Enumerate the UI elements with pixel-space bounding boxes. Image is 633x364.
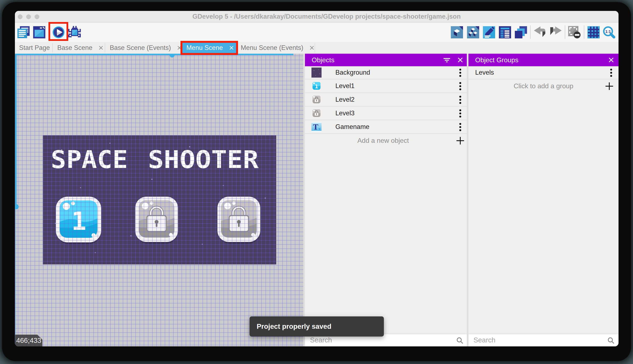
group-name: Levels (475, 69, 494, 76)
redo-button[interactable] (549, 26, 562, 38)
toggle-grid-button[interactable] (587, 26, 600, 38)
object-menu-kebab-icon[interactable] (459, 109, 462, 118)
zoom-original-button[interactable]: 1:1 (603, 26, 615, 38)
text-object-thumbnail: T x (311, 122, 322, 132)
object-row-level1[interactable]: 1 Level1 (305, 79, 467, 93)
object-groups-panel-header: Object Groups (468, 54, 618, 66)
clear-instances-button[interactable] (568, 26, 581, 38)
object-row-level3[interactable]: Level3 (305, 106, 467, 120)
selection-resize-handle[interactable] (170, 54, 175, 58)
open-instances-list-button[interactable] (499, 26, 511, 38)
object-name: Gamename (335, 123, 369, 131)
debug-button[interactable] (68, 26, 81, 38)
groups-search-input[interactable] (473, 334, 579, 346)
add-object-row[interactable]: Add a new object (305, 134, 467, 148)
toolbar-separator (565, 25, 565, 39)
locked-button-thumbnail (311, 94, 322, 105)
panel-divider[interactable] (303, 54, 305, 346)
object-name: Level3 (335, 110, 355, 117)
tab-label: Menu Scene (Events) (241, 44, 303, 52)
tab-start-page[interactable]: Start Page (15, 42, 52, 54)
instances-list-icon (499, 26, 511, 38)
objects-panel-title: Objects (312, 56, 334, 64)
scene-editor-icon (33, 26, 45, 38)
object-menu-kebab-icon[interactable] (459, 123, 462, 132)
minimize-window-button[interactable] (26, 14, 31, 19)
svg-text:1: 1 (315, 84, 318, 90)
cursor-coordinates-badge: 466;433 (15, 335, 42, 346)
tab-label: Start Page (19, 44, 50, 52)
object-groups-editor-icon (467, 26, 479, 38)
layers-icon (515, 26, 527, 38)
tab-label: Base Scene (Events) (110, 44, 171, 52)
scene-editor-button[interactable] (33, 26, 46, 38)
object-menu-kebab-icon[interactable] (459, 82, 462, 90)
tab-base-scene-events[interactable]: Base Scene (Events) (105, 42, 181, 54)
objects-panel-header: Objects (305, 54, 467, 66)
add-group-label: Click to add a group (514, 82, 573, 90)
object-menu-kebab-icon[interactable] (459, 96, 462, 104)
add-object-plus-icon[interactable] (456, 137, 464, 145)
search-icon (456, 337, 463, 344)
selection-resize-handle[interactable] (15, 204, 19, 209)
close-window-button[interactable] (18, 14, 23, 19)
scene-background-object[interactable]: SPACE SHOOTER 1 (43, 135, 276, 264)
tab-separator (314, 43, 315, 52)
toolbar-separator (530, 25, 531, 39)
object-groups-panel: Object Groups Levels Click to add a grou… (468, 54, 618, 346)
close-panel-icon[interactable] (457, 56, 464, 63)
zoom-window-button[interactable] (35, 14, 39, 19)
groups-search-bar (468, 334, 618, 346)
selection-edge-top (15, 54, 293, 55)
debug-icon (68, 26, 81, 38)
object-name: Level1 (335, 82, 355, 90)
object-row-level2[interactable]: Level2 (305, 93, 467, 106)
objects-panel: Objects Background (305, 54, 467, 346)
redo-icon (549, 26, 562, 38)
object-name: Level2 (335, 96, 355, 103)
close-tab-icon[interactable] (98, 45, 104, 50)
object-menu-kebab-icon[interactable] (459, 68, 462, 77)
open-properties-button[interactable] (483, 26, 495, 38)
selection-edge-left (15, 54, 17, 207)
project-manager-button[interactable] (17, 26, 30, 38)
add-object-label: Add a new object (358, 137, 409, 144)
scene-canvas[interactable]: SPACE SHOOTER 1 (15, 54, 303, 346)
object-row-gamename[interactable]: T x Gamename (305, 120, 467, 134)
cursor-coordinates: 466;433 (16, 336, 41, 344)
selection-edge-left-pale (15, 207, 16, 346)
project-manager-icon (18, 26, 30, 38)
toast-message: Project properly saved (257, 322, 332, 330)
tab-menu-scene-events[interactable]: Menu Scene (Events) (236, 42, 314, 54)
toolbar: 1:1 (15, 22, 618, 42)
gdevelop-window: GDevelop 5 - /Users/dkarakay/Documents/G… (15, 11, 618, 346)
level3-button-locked[interactable] (217, 196, 261, 244)
save-toast: Project properly saved (249, 316, 384, 336)
group-row-levels[interactable]: Levels (468, 66, 618, 79)
window-title: GDevelop 5 - /Users/dkarakay/Documents/G… (15, 11, 618, 22)
open-object-groups-editor-button[interactable] (467, 26, 479, 38)
object-groups-panel-title: Object Groups (475, 56, 518, 64)
svg-text:T: T (313, 122, 318, 131)
undo-button[interactable] (533, 26, 546, 38)
annotation-box-play (49, 22, 68, 41)
level2-button-locked[interactable] (135, 196, 179, 244)
object-row-background[interactable]: Background (305, 66, 467, 79)
level1-button[interactable]: 1 (55, 196, 102, 245)
panel-divider[interactable] (467, 54, 468, 346)
close-tab-icon[interactable] (309, 45, 314, 50)
zoom-original-icon: 1:1 (603, 26, 615, 39)
scene-title-word-2: SHOOTER (148, 145, 258, 174)
grid-icon (587, 26, 600, 38)
filter-icon[interactable] (444, 56, 450, 63)
open-objects-editor-button[interactable] (451, 26, 463, 38)
close-panel-icon[interactable] (608, 56, 614, 63)
tab-base-scene[interactable]: Base Scene (53, 42, 105, 54)
toolbar-separator (584, 25, 584, 39)
add-group-plus-icon[interactable] (605, 82, 613, 90)
object-name: Background (335, 69, 370, 76)
level1-button-label: 1 (71, 206, 87, 236)
add-group-row[interactable]: Click to add a group (468, 79, 618, 93)
group-menu-kebab-icon[interactable] (610, 68, 612, 77)
open-layers-editor-button[interactable] (515, 26, 527, 38)
